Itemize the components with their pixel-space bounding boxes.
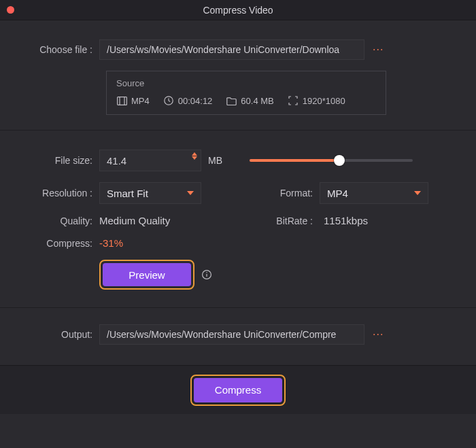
choose-file-browse-button[interactable]: ···: [373, 44, 384, 56]
source-title: Source: [116, 78, 376, 88]
chevron-down-icon: [414, 191, 421, 195]
source-info-box: Source MP4 00:04:12 60.4 MB: [106, 71, 386, 115]
source-dimensions-value: 1920*1080: [303, 96, 345, 106]
titlebar: Compress Video: [0, 0, 476, 20]
slider-thumb[interactable]: [334, 155, 345, 166]
filesize-value: 41.4: [107, 155, 126, 167]
source-size: 60.4 MB: [226, 95, 273, 106]
folder-icon: [226, 95, 237, 106]
compress-button[interactable]: Compress: [194, 378, 282, 402]
slider-fill: [250, 159, 339, 162]
output-section: Output: /Users/ws/Movies/Wondershare Uni…: [0, 308, 476, 365]
source-dimensions: 1920*1080: [288, 95, 345, 106]
svg-point-6: [206, 272, 207, 273]
bitrate-label: BitRate :: [258, 216, 320, 226]
resolution-select[interactable]: Smart Fit: [99, 182, 201, 204]
resolution-value: Smart Fit: [107, 188, 148, 199]
filesize-step-up[interactable]: [192, 152, 197, 156]
filesize-unit: MB: [208, 155, 222, 166]
filesize-label: File size:: [24, 155, 99, 166]
source-duration: 00:04:12: [163, 95, 213, 106]
settings-section: File size: 41.4 MB Resolution : Smart Fi…: [0, 131, 476, 307]
choose-file-section: Choose file : /Users/ws/Movies/Wondersha…: [0, 20, 476, 130]
clock-icon: [163, 95, 174, 106]
preview-highlight: Preview: [99, 260, 194, 290]
filesize-input[interactable]: 41.4: [99, 150, 201, 171]
filesize-slider[interactable]: [250, 159, 413, 162]
chevron-down-icon: [187, 191, 194, 195]
output-label: Output:: [24, 329, 99, 340]
source-format: MP4: [116, 95, 150, 106]
source-format-value: MP4: [131, 96, 150, 106]
output-input[interactable]: /Users/ws/Movies/Wondershare UniConverte…: [99, 324, 364, 345]
choose-file-input[interactable]: /Users/ws/Movies/Wondershare UniConverte…: [99, 39, 364, 60]
resolution-label: Resolution :: [24, 188, 99, 199]
close-window-button[interactable]: [7, 6, 14, 14]
info-icon[interactable]: [201, 269, 212, 280]
format-select[interactable]: MP4: [320, 182, 428, 204]
svg-rect-0: [117, 97, 126, 105]
compress-ratio-value: -31%: [99, 237, 123, 249]
window-controls: [7, 6, 14, 14]
filesize-step-down[interactable]: [192, 156, 197, 160]
format-label: Format:: [258, 188, 320, 199]
output-browse-button[interactable]: ···: [373, 328, 384, 341]
choose-file-label: Choose file :: [24, 44, 99, 55]
preview-button[interactable]: Preview: [103, 263, 191, 286]
format-value: MP4: [327, 188, 348, 199]
footer: Compress: [0, 365, 476, 414]
bitrate-value: 1151kbps: [324, 215, 368, 226]
window-title: Compress Video: [0, 5, 476, 16]
source-size-value: 60.4 MB: [241, 96, 273, 106]
expand-icon: [288, 95, 299, 106]
compress-ratio-label: Compress:: [24, 238, 99, 249]
film-icon: [116, 95, 127, 106]
compress-highlight: Compress: [190, 375, 286, 406]
source-duration-value: 00:04:12: [178, 96, 213, 106]
quality-label: Quality:: [24, 216, 99, 226]
quality-value: Medium Quality: [99, 215, 170, 226]
